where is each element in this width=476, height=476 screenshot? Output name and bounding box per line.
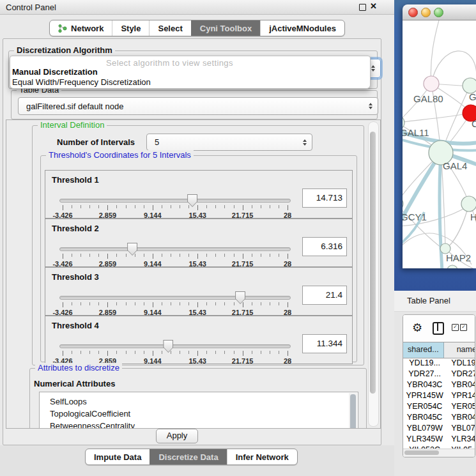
- cell-shared-name[interactable]: YBR045C: [403, 412, 446, 423]
- node-label: GAL4: [443, 160, 467, 171]
- table-data-combobox[interactable]: galFiltered.sif default node: [18, 97, 378, 115]
- slider-tick: [188, 302, 189, 305]
- threshold-slider[interactable]: -3.4262.8599.14415.4321.71528: [59, 245, 291, 269]
- checkbox-icon: ✓: [460, 324, 467, 331]
- table-row[interactable]: YPR145WYPR14: [403, 390, 475, 401]
- tab-cyni-toolbox[interactable]: Cyni Toolbox: [191, 20, 260, 36]
- threshold-value-field[interactable]: 6.316: [302, 237, 347, 256]
- slider-tick: [126, 205, 127, 208]
- cell-name[interactable]: YDR27: [446, 369, 475, 380]
- slider-thumb[interactable]: [163, 340, 173, 353]
- bottom-tab-bar-wrap: Impute DataDiscretize DataInfer Network: [85, 449, 298, 465]
- slider-tick: [153, 205, 153, 210]
- network-window-titlebar[interactable]: [403, 4, 476, 20]
- cell-shared-name[interactable]: YLR345W: [403, 434, 446, 445]
- tab-label: Network: [71, 24, 104, 33]
- cell-name[interactable]: YBR04: [446, 412, 475, 423]
- table-row[interactable]: YDL19...YDL19: [403, 358, 475, 369]
- slider-tick: [180, 302, 180, 305]
- slider-tick: [243, 254, 243, 259]
- table-row[interactable]: YBR043CYBR04: [403, 380, 475, 390]
- table-row[interactable]: YER054CYER05: [403, 401, 475, 412]
- attribute-list-item[interactable]: SelfLoops: [40, 395, 358, 408]
- table-row[interactable]: YLR345WYLR34: [403, 434, 475, 445]
- number-of-intervals-combobox[interactable]: 5: [146, 134, 312, 151]
- tab-jactivemnodules[interactable]: jActiveMNodules: [260, 20, 344, 36]
- tab-infer-network[interactable]: Infer Network: [227, 449, 297, 464]
- network-node[interactable]: [447, 265, 457, 268]
- slider-track[interactable]: [59, 247, 291, 251]
- settings-vertical-scrollbar[interactable]: [368, 121, 379, 427]
- cell-name[interactable]: YLR34: [446, 434, 475, 445]
- network-node-gal80[interactable]: [424, 76, 439, 91]
- slider-tick: [116, 302, 117, 305]
- mac-minimize-button[interactable]: [421, 8, 431, 17]
- slider-thumb-face: [128, 243, 137, 255]
- cell-name[interactable]: YDL19: [446, 358, 475, 369]
- cell-name[interactable]: YPR14: [446, 390, 475, 401]
- close-panel-button[interactable]: ✕: [370, 1, 377, 11]
- slider-tick: [116, 351, 117, 354]
- slider-tick: [234, 302, 234, 305]
- network-node-gcy1[interactable]: [403, 197, 403, 211]
- split-columns-icon[interactable]: [433, 322, 444, 335]
- network-canvas[interactable]: GAL80GACGAL11GAL4GCY1HHAP2: [403, 20, 476, 268]
- attribute-list-item[interactable]: BetweennessCentrality: [40, 420, 358, 429]
- network-node-h[interactable]: [461, 196, 476, 211]
- tab-label: Select: [158, 24, 182, 33]
- table-row[interactable]: YBR045CYBR04: [403, 412, 475, 423]
- tab-impute-data[interactable]: Impute Data: [86, 449, 150, 464]
- cell-shared-name[interactable]: YPR145W: [403, 390, 446, 401]
- algorithm-option[interactable]: Manual Discretization: [12, 67, 368, 77]
- threshold-slider[interactable]: -3.4262.8599.14415.4321.71528: [59, 293, 291, 318]
- tab-discretize-data[interactable]: Discretize Data: [150, 449, 226, 464]
- cell-shared-name[interactable]: YBR043C: [403, 380, 446, 390]
- numerical-attributes-list[interactable]: SelfLoopsTopologicalCoefficientBetweenne…: [39, 392, 358, 429]
- cell-name[interactable]: YBL07: [446, 423, 475, 434]
- scrollbar-thumb[interactable]: [370, 132, 376, 394]
- cell-name[interactable]: YBR04: [446, 380, 475, 390]
- threshold-value-field[interactable]: 11.344: [302, 334, 347, 353]
- tab-network[interactable]: Network: [50, 20, 112, 36]
- table-row[interactable]: YDR27...YDR27: [403, 369, 475, 380]
- tab-style[interactable]: Style: [112, 20, 149, 36]
- slider-track[interactable]: [59, 199, 291, 203]
- gear-icon[interactable]: ⚙: [412, 321, 422, 335]
- threshold-value-field[interactable]: 21.4: [302, 286, 347, 305]
- scrollbar-thumb[interactable]: [350, 394, 356, 429]
- slider-tick: [252, 254, 252, 257]
- mac-zoom-button[interactable]: [434, 8, 443, 17]
- panel-title: Control Panel: [6, 3, 56, 12]
- slider-thumb[interactable]: [127, 243, 137, 256]
- control-panel: Control Panel ✕ NetworkStyleSelectCyni T…: [0, 0, 394, 445]
- cell-shared-name[interactable]: YER054C: [403, 401, 446, 412]
- float-panel-button[interactable]: [359, 4, 366, 11]
- threshold-label: Threshold 3: [52, 272, 99, 282]
- attribute-list-item[interactable]: TopologicalCoefficient: [40, 408, 358, 420]
- mac-close-button[interactable]: [408, 8, 418, 17]
- select-columns-button[interactable]: ✓ ✓: [452, 324, 467, 331]
- table-row[interactable]: YBL079WYBL07: [403, 423, 475, 434]
- scrollbar-thumb[interactable]: [404, 450, 439, 455]
- slider-tick: [81, 205, 81, 208]
- slider-track[interactable]: [59, 296, 291, 300]
- column-header-shared-name[interactable]: shared...: [403, 342, 444, 358]
- slider-thumb[interactable]: [235, 291, 245, 304]
- attributes-list-scrollbar[interactable]: [349, 393, 357, 429]
- cell-shared-name[interactable]: YDL19...: [403, 358, 446, 369]
- algorithm-option[interactable]: Equal Width/Frequency Discretization: [12, 77, 368, 88]
- table-header-row: shared... name: [403, 342, 475, 358]
- table-horizontal-scrollbar[interactable]: [403, 449, 475, 457]
- slider-tick: [135, 254, 135, 257]
- apply-button[interactable]: Apply: [156, 429, 198, 443]
- cell-shared-name[interactable]: YDR27...: [403, 369, 446, 380]
- column-header-name[interactable]: name: [444, 342, 475, 358]
- threshold-panel: Threshold 1-3.4262.8599.14415.4321.71528…: [45, 170, 353, 219]
- cell-name[interactable]: YER05: [446, 401, 475, 412]
- tab-select[interactable]: Select: [149, 20, 190, 36]
- threshold-panel: Threshold 2-3.4262.8599.14415.4321.71528…: [45, 219, 353, 267]
- threshold-slider[interactable]: -3.4262.8599.14415.4321.71528: [59, 196, 291, 220]
- slider-track[interactable]: [59, 344, 291, 348]
- threshold-value-field[interactable]: 14.713: [302, 188, 347, 208]
- cell-shared-name[interactable]: YBL079W: [403, 423, 446, 434]
